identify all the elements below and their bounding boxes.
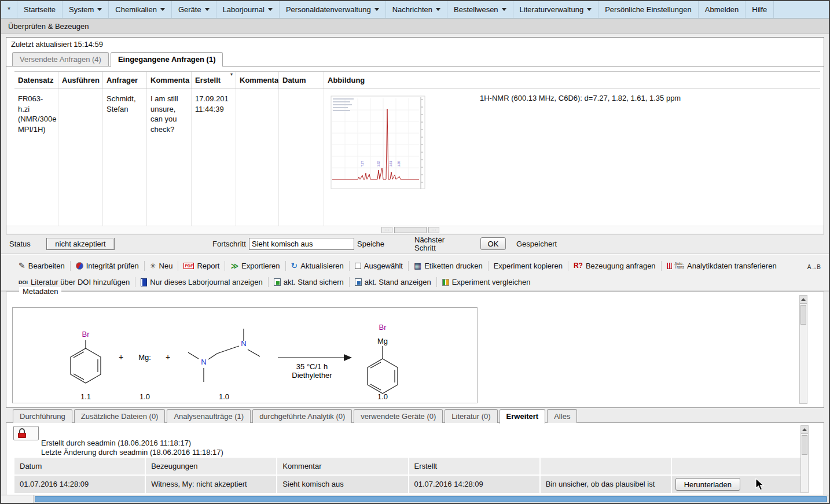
tab-durchfuehrung[interactable]: Durchführung [13, 409, 72, 423]
reaction-scheme: Br + Mg: + N N 35 °C/1 h Diethylether Br… [13, 308, 477, 403]
col-ausfuehren[interactable]: Ausführen [58, 72, 103, 89]
menu-item-personaldatenverwaltung[interactable]: Personaldatenverwaltung [280, 1, 386, 18]
erweitert-panel: Erstellt durch seadmin (18.06.2016 11:18… [6, 422, 824, 496]
ausgewaehlt-checkbox[interactable] [355, 263, 361, 269]
toolbar-separator [349, 277, 350, 287]
refresh-icon: ↻ [291, 261, 298, 270]
record-info: Erstellt durch seadmin (18.06.2016 11:18… [41, 439, 223, 457]
menu-item-literaturverwaltung[interactable]: Literaturverwaltung [513, 1, 599, 18]
menu-item-laborjournal[interactable]: Laborjournal [216, 1, 280, 18]
auto-trans-icon: Auto- Trans [675, 262, 684, 270]
selected-toggle[interactable]: Ausgewählt [354, 261, 404, 271]
auto-trans-chart-icon [667, 263, 672, 269]
nmr-spectrum: 7.27 1.82 1.61 1.35 [328, 93, 429, 197]
col-erstellt[interactable]: Erstellt ▾ [192, 72, 236, 89]
lock-icon [18, 428, 26, 438]
scroll-thumb[interactable] [802, 435, 807, 455]
save-current-state-button[interactable]: akt. Stand sichern [273, 277, 345, 287]
menu-item-startseite[interactable]: Startseite [17, 1, 63, 18]
menu-item-bestellwesen[interactable]: Bestellwesen [447, 1, 513, 18]
mg-reagent-label: Mg: [138, 353, 151, 362]
download-button[interactable]: Herunterladen [675, 478, 740, 491]
menu-item-home-star[interactable]: * [1, 1, 17, 18]
toolbar-separator [268, 277, 269, 287]
integrity-check-button[interactable]: Integrität prüfen [75, 261, 140, 271]
save-label[interactable]: Speiche [357, 240, 390, 248]
chevron-down-icon [436, 8, 440, 11]
col-kommentar-2[interactable]: Kommenta [236, 72, 279, 89]
menu-item-geraete[interactable]: Geräte [172, 1, 216, 18]
scroll-dots-right[interactable]: ··· [428, 227, 439, 233]
cell-datum: 01.07.2016 14:28:09 [14, 476, 145, 493]
toolbar-row-1: ✎Bearbeiten Integrität prüfen ✳Neu PDFRe… [17, 260, 802, 271]
col-kommentar[interactable]: Kommentar [277, 458, 407, 474]
cell-datum [279, 89, 324, 227]
lock-button[interactable] [13, 426, 39, 440]
col-datum[interactable]: Datum [279, 72, 324, 89]
col-anfrager[interactable]: Anfrager [103, 72, 147, 89]
col-datum[interactable]: Datum [14, 458, 145, 474]
toolbar-separator [178, 261, 178, 271]
report-button[interactable]: PDFReport [182, 261, 221, 271]
toolbar-separator [144, 261, 145, 271]
scroll-thumb[interactable] [394, 227, 427, 233]
ok-button[interactable]: OK [480, 237, 506, 250]
compare-experiment-button[interactable]: Experiment vergleichen [441, 277, 532, 287]
page-hscrollbar[interactable] [1, 495, 829, 503]
tab-analysenauftraege[interactable]: Analysenaufträge (1) [167, 409, 251, 423]
scroll-thumb[interactable] [800, 305, 806, 325]
tab-verwendete-geraete[interactable]: verwendete Geräte (0) [354, 409, 443, 423]
show-current-state-button[interactable]: akt. Stand anzeigen [354, 277, 432, 287]
menu-item-hilfe[interactable]: Hilfe [745, 1, 774, 18]
chevron-down-icon [205, 8, 210, 11]
metadata-vscrollbar[interactable] [799, 295, 807, 404]
tab-alles[interactable]: Alles [547, 409, 577, 423]
transfer-analytics-button[interactable]: Auto- TransAnalytikdaten transferieren [666, 261, 778, 271]
refresh-button[interactable]: ↻Aktualisieren [290, 260, 345, 271]
tab-versendete-anfragen[interactable]: Versendete Anfragen (4) [12, 52, 109, 66]
col-abbildung[interactable]: Abbildung [324, 72, 820, 89]
copy-experiment-button[interactable]: Experiment kopieren [493, 261, 564, 271]
menu-item-nachrichten[interactable]: Nachrichten [386, 1, 447, 18]
cell-abbildung: 7.27 1.82 1.61 1.35 1H-NMR (600.13 MHz, … [324, 89, 820, 227]
new-button[interactable]: ✳Neu [149, 261, 174, 271]
scroll-up-button[interactable] [801, 426, 808, 434]
tab-zusaetzliche-dateien[interactable]: Zusätzliche Dateien (0) [74, 409, 166, 423]
reaction-scheme-box: Br + Mg: + N N 35 °C/1 h Diethylether Br… [12, 307, 478, 403]
col-kommentar-1[interactable]: Kommenta [147, 72, 192, 89]
col-bezeugungen[interactable]: Bezeugungen [146, 458, 276, 474]
witness-table: Datum Bezeugungen Kommentar Erstellt 01.… [14, 458, 802, 494]
tab-durchgefuehrte-analytik[interactable]: durchgeführte Analytik (0) [252, 409, 352, 423]
tab-erweitert[interactable]: Erweitert [500, 409, 546, 424]
tab-literatur[interactable]: Literatur (0) [445, 409, 497, 423]
scroll-up-button[interactable] [800, 296, 807, 304]
status-value-box[interactable]: nicht akzeptiert [46, 238, 115, 250]
show-only-journal-button[interactable]: Nur dieses Laborjournal anzeigen [139, 277, 263, 287]
export-button[interactable]: ≫Exportieren [229, 261, 281, 271]
hscrollbar-thumb[interactable] [35, 496, 827, 502]
edit-button[interactable]: ✎Bearbeiten [17, 260, 66, 271]
menu-item-chemikalien[interactable]: Chemikalien [109, 1, 172, 18]
equivalents-label: 1.0 [139, 392, 150, 401]
bottom-vscrollbar[interactable] [800, 425, 809, 493]
progress-input[interactable] [249, 238, 354, 250]
request-witness-button[interactable]: R?Bezeugung anfragen [572, 261, 657, 271]
table-row[interactable]: 01.07.2016 14:28:09 Witness, My: nicht a… [14, 476, 802, 493]
col-datensatz[interactable]: Datensatz [14, 72, 58, 89]
tab-eingegangene-anfragen[interactable]: Eingegangene Anfragen (1) [111, 52, 223, 67]
scroll-dots-left[interactable]: ··· [381, 227, 392, 233]
menu-item-persoenliche-einstellungen[interactable]: Persönliche Einstellungen [598, 1, 699, 18]
table-row[interactable]: FR063-h.zi (NMR/300e MPI/1H) Schmidt, St… [14, 89, 820, 227]
svg-text:+: + [119, 352, 123, 362]
menu-item-abmelden[interactable]: Abmelden [699, 1, 746, 18]
print-labels-button[interactable]: ▦Etiketten drucken [413, 260, 484, 271]
mouse-cursor [755, 478, 766, 492]
svg-text:1.82: 1.82 [377, 161, 380, 167]
col-erstellt[interactable]: Erstellt [409, 458, 539, 474]
chevron-down-icon [587, 8, 592, 11]
conditions-solvent: Diethylether [292, 371, 332, 380]
table-hscrollbar-track[interactable]: ··· ··· [6, 226, 824, 234]
add-doi-literature-button[interactable]: DOILiteratur über DOI hinzufügen [17, 277, 131, 287]
table-hscrollbar[interactable]: ··· ··· [381, 227, 439, 233]
menu-item-system[interactable]: System [63, 1, 109, 18]
